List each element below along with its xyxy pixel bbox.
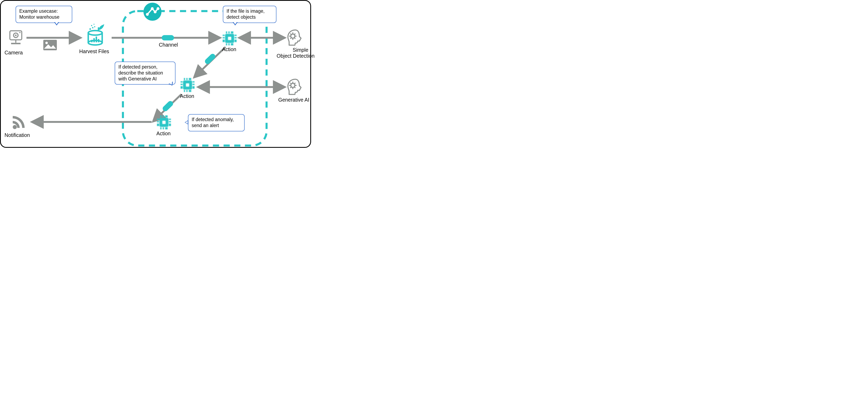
- generative-ai-label: Generative AI: [278, 97, 309, 103]
- channel-cyl-1-icon: [162, 35, 174, 40]
- anomaly-callout: If detected anomaly, send an alert: [188, 114, 245, 131]
- svg-rect-12: [43, 40, 57, 50]
- svg-rect-58: [186, 90, 188, 92]
- svg-rect-27: [228, 31, 229, 33]
- svg-line-51: [294, 34, 295, 35]
- svg-rect-96: [162, 121, 165, 124]
- chip-icon: [156, 114, 172, 130]
- svg-rect-21: [91, 40, 93, 42]
- svg-line-48: [290, 34, 291, 35]
- svg-rect-57: [184, 90, 185, 92]
- svg-rect-85: [163, 127, 164, 129]
- svg-rect-62: [181, 84, 183, 85]
- chip-icon: [179, 77, 196, 93]
- svg-rect-9: [19, 32, 21, 33]
- svg-rect-23: [96, 36, 97, 42]
- svg-rect-26: [226, 31, 227, 33]
- svg-rect-33: [232, 43, 233, 46]
- harvest-files-icon: [83, 21, 110, 48]
- svg-rect-41: [235, 41, 237, 42]
- svg-rect-64: [181, 87, 183, 89]
- svg-rect-61: [181, 81, 183, 83]
- svg-rect-93: [169, 121, 171, 122]
- svg-rect-37: [223, 41, 225, 42]
- svg-rect-80: [160, 115, 161, 117]
- svg-rect-24: [98, 39, 99, 42]
- svg-rect-53: [184, 78, 185, 80]
- usecase-callout: Example usecase: Monitor warehouse: [16, 6, 72, 23]
- svg-rect-38: [235, 35, 237, 36]
- svg-rect-84: [160, 127, 161, 129]
- svg-line-76: [294, 87, 295, 88]
- svg-rect-28: [231, 31, 232, 33]
- svg-line-77: [290, 87, 291, 88]
- svg-rect-63: [181, 86, 183, 87]
- svg-rect-31: [228, 43, 229, 46]
- svg-rect-66: [192, 84, 194, 85]
- svg-rect-87: [166, 127, 168, 129]
- svg-rect-91: [157, 125, 159, 126]
- svg-rect-59: [189, 90, 190, 92]
- svg-rect-69: [186, 83, 189, 87]
- simple-object-detection-label: Simple Object Detection: [286, 47, 315, 59]
- svg-point-97: [13, 125, 17, 129]
- svg-rect-88: [157, 119, 159, 120]
- channel-label: Channel: [159, 42, 178, 48]
- svg-rect-81: [163, 115, 164, 117]
- svg-rect-56: [190, 78, 191, 80]
- svg-line-78: [294, 83, 295, 84]
- svg-rect-19: [91, 25, 92, 26]
- simple-object-detection-icon: [285, 28, 306, 48]
- svg-rect-40: [235, 40, 237, 41]
- detect-objects-callout-tail: [233, 22, 238, 25]
- svg-rect-35: [223, 37, 225, 38]
- svg-rect-60: [190, 90, 191, 92]
- notification-label: Notification: [4, 132, 30, 138]
- svg-point-14: [88, 31, 102, 35]
- svg-rect-54: [186, 78, 188, 80]
- svg-point-8: [15, 34, 17, 36]
- svg-rect-67: [192, 86, 194, 87]
- svg-rect-68: [192, 87, 194, 89]
- svg-line-50: [290, 37, 291, 38]
- notification-icon: [11, 113, 30, 131]
- svg-rect-22: [93, 38, 95, 42]
- svg-point-15: [88, 40, 102, 45]
- detect-objects-callout: If the file is image, detect objects: [223, 6, 276, 23]
- camera-icon: [7, 29, 26, 48]
- svg-rect-36: [223, 40, 225, 41]
- svg-rect-86: [165, 127, 166, 129]
- svg-rect-17: [92, 27, 93, 28]
- svg-rect-18: [94, 26, 95, 27]
- image-file-icon: [43, 39, 57, 51]
- svg-line-75: [290, 83, 291, 84]
- action-2-label: Action: [180, 93, 194, 99]
- svg-rect-89: [157, 121, 159, 122]
- action-3-label: Action: [156, 130, 170, 137]
- svg-rect-82: [165, 115, 166, 117]
- svg-rect-65: [192, 81, 194, 83]
- svg-rect-83: [166, 115, 168, 117]
- svg-rect-95: [169, 125, 171, 126]
- svg-rect-16: [90, 28, 91, 30]
- describe-callout: If detected person, describe the situati…: [115, 62, 176, 85]
- svg-rect-34: [223, 35, 225, 36]
- anomaly-callout-tail: [185, 120, 188, 124]
- svg-rect-92: [169, 119, 171, 120]
- svg-rect-20: [94, 24, 94, 25]
- svg-rect-90: [157, 124, 159, 125]
- svg-rect-30: [226, 43, 227, 46]
- action-2-node: [179, 77, 196, 94]
- generative-ai-icon: [285, 77, 306, 97]
- svg-point-13: [45, 42, 48, 44]
- svg-rect-39: [235, 37, 237, 38]
- svg-line-49: [294, 37, 295, 38]
- usecase-callout-tail: [54, 22, 59, 25]
- svg-rect-29: [232, 31, 233, 33]
- chip-icon: [221, 30, 238, 47]
- svg-rect-42: [228, 37, 231, 40]
- action-3-node: [156, 114, 172, 131]
- svg-rect-55: [189, 78, 190, 80]
- camera-label: Camera: [4, 50, 23, 56]
- action-1-label: Action: [222, 47, 236, 52]
